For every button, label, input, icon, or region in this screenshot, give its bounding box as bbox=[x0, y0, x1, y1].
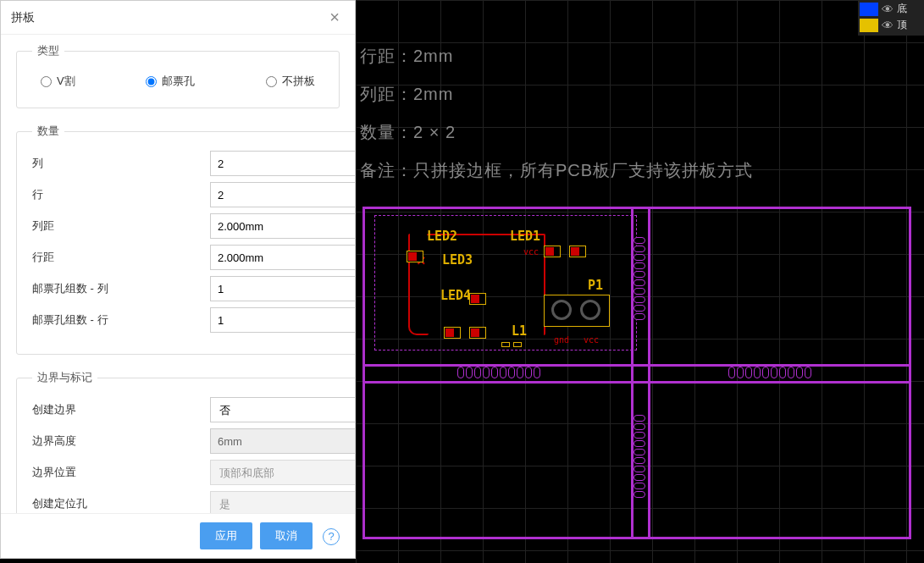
radio-none[interactable]: 不拼板 bbox=[266, 74, 315, 89]
label-stamp-cols: 邮票孔组数 - 列 bbox=[32, 281, 210, 296]
radio-stamp[interactable]: 邮票孔 bbox=[146, 74, 195, 89]
label-vcc2: vcc bbox=[584, 335, 599, 345]
input-stamp-rows[interactable] bbox=[210, 307, 355, 333]
select-create-border[interactable]: 否 bbox=[210, 397, 355, 422]
label-led2: LED2 bbox=[427, 229, 457, 244]
layer-panel[interactable]: 👁 底 👁 顶 bbox=[858, 0, 924, 36]
legend-border: 边界与标记 bbox=[32, 370, 97, 385]
eye-icon[interactable]: 👁 bbox=[882, 3, 894, 16]
info-quantity: 数量：2 × 2 bbox=[360, 121, 456, 144]
small-pad bbox=[501, 342, 510, 347]
label-gnd: gnd bbox=[554, 335, 569, 345]
info-row-spacing: 行距：2mm bbox=[360, 45, 453, 68]
pcb-canvas[interactable]: 行距：2mm 列距：2mm 数量：2 × 2 备注：只拼接边框，所有PCB板厂支… bbox=[356, 0, 924, 563]
close-icon[interactable]: × bbox=[324, 8, 345, 27]
pad bbox=[544, 246, 561, 257]
select-create-hole: 是 bbox=[210, 491, 355, 513]
label-led4: LED4 bbox=[440, 288, 471, 303]
dialog-header: 拼板 × bbox=[1, 1, 355, 35]
help-icon[interactable]: ? bbox=[323, 528, 340, 545]
label-led3: LED3 bbox=[442, 252, 473, 268]
layer-top[interactable]: 👁 顶 bbox=[860, 18, 922, 32]
label-border-height: 边界高度 bbox=[32, 433, 210, 449]
input-border-height bbox=[210, 428, 355, 454]
small-pad bbox=[513, 342, 522, 347]
label-create-border: 创建边界 bbox=[32, 402, 210, 417]
cancel-button[interactable]: 取消 bbox=[260, 522, 313, 549]
label-stamp-rows: 邮票孔组数 - 行 bbox=[32, 312, 210, 328]
legend-type: 类型 bbox=[32, 43, 64, 58]
layer-swatch-yellow bbox=[860, 19, 878, 32]
pad bbox=[444, 327, 461, 339]
break-line-h bbox=[362, 364, 911, 367]
break-line-v bbox=[648, 207, 650, 539]
dialog-body: 类型 V割 邮票孔 不拼板 数量 列 行 列距 行距 邮票孔组数 - 列 邮票孔… bbox=[1, 35, 355, 513]
panelize-dialog: 拼板 × 类型 V割 邮票孔 不拼板 数量 列 行 列距 行距 邮票孔组数 - … bbox=[0, 0, 356, 559]
input-col-spacing[interactable] bbox=[210, 213, 355, 239]
label-create-hole: 创建定位孔 bbox=[32, 496, 210, 511]
label-row-spacing: 行距 bbox=[32, 250, 210, 265]
apply-button[interactable]: 应用 bbox=[200, 522, 252, 549]
section-type: 类型 V割 邮票孔 不拼板 bbox=[16, 43, 340, 108]
pad bbox=[469, 293, 486, 305]
label-l1: L1 bbox=[512, 323, 527, 339]
dialog-title: 拼板 bbox=[11, 10, 35, 25]
label-col-spacing: 列距 bbox=[32, 218, 210, 234]
pad bbox=[407, 251, 423, 262]
input-row-spacing[interactable] bbox=[210, 245, 355, 270]
input-stamp-cols[interactable] bbox=[210, 276, 355, 301]
legend-quantity: 数量 bbox=[32, 124, 64, 139]
stamp-holes bbox=[634, 237, 645, 320]
label-rows: 行 bbox=[32, 187, 210, 202]
select-border-pos: 顶部和底部 bbox=[210, 460, 355, 485]
stamp-holes bbox=[457, 367, 540, 378]
info-note: 备注：只拼接边框，所有PCB板厂支持该拼板方式 bbox=[360, 159, 753, 182]
connector-p1 bbox=[544, 295, 610, 327]
section-quantity: 数量 列 行 列距 行距 邮票孔组数 - 列 邮票孔组数 - 行 bbox=[16, 124, 355, 355]
label-p1: P1 bbox=[588, 278, 603, 293]
pad bbox=[569, 246, 586, 257]
label-vcc: vcc bbox=[523, 247, 539, 257]
eye-icon[interactable]: 👁 bbox=[882, 19, 894, 32]
pad bbox=[469, 327, 486, 339]
break-line-h bbox=[362, 381, 911, 384]
layer-bottom[interactable]: 👁 底 bbox=[860, 2, 922, 16]
dialog-footer: 应用 取消 ? bbox=[1, 513, 355, 558]
input-rows[interactable] bbox=[210, 182, 355, 207]
label-border-pos: 边界位置 bbox=[32, 465, 210, 480]
info-col-spacing: 列距：2mm bbox=[360, 83, 453, 106]
label-led1: LED1 bbox=[510, 229, 540, 244]
input-cols[interactable] bbox=[210, 151, 355, 176]
stamp-holes bbox=[728, 367, 811, 378]
layer-swatch-blue bbox=[860, 3, 878, 16]
radio-vcut[interactable]: V割 bbox=[41, 74, 75, 89]
label-cols: 列 bbox=[32, 156, 210, 171]
stamp-holes bbox=[634, 415, 645, 498]
pcb-board-1: LED2 LED1 LED3 LED4 P1 L1 vcc vcc gnd × bbox=[376, 213, 635, 362]
section-border: 边界与标记 创建边界否 边界高度 边界位置顶部和底部 创建定位孔是 创建定位点是 bbox=[16, 370, 355, 513]
